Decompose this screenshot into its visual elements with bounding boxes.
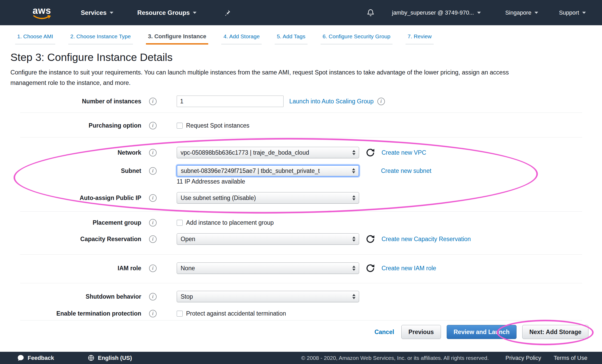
info-icon[interactable]: [149, 194, 157, 202]
subnet-select[interactable]: subnet-08396e7249f715ae7 | tbdc_subnet_p…: [177, 165, 359, 177]
network-select[interactable]: vpc-050898b5b636c1773 | traje_de_boda_cl…: [177, 147, 359, 158]
separator: [20, 283, 582, 283]
tab-choose-instance-type[interactable]: 2. Choose Instance Type: [68, 33, 133, 45]
tab-choose-ami[interactable]: 1. Choose AMI: [15, 33, 55, 45]
resource-groups-menu-label: Resource Groups: [137, 9, 190, 16]
select-stepper-icon: [352, 150, 355, 155]
request-spot-instances-checkbox-label: Request Spot instances: [186, 122, 249, 129]
aws-logo-text: aws: [33, 6, 51, 15]
create-new-vpc-link[interactable]: Create new VPC: [382, 149, 426, 156]
iam-role-select[interactable]: None: [177, 262, 359, 274]
select-stepper-icon: [352, 294, 355, 299]
tab-configure-security-group[interactable]: 6. Configure Security Group: [321, 33, 392, 45]
info-icon[interactable]: [149, 122, 157, 129]
support-menu[interactable]: Support: [559, 9, 586, 16]
placement-group-checkbox[interactable]: [177, 220, 183, 226]
info-icon[interactable]: [149, 149, 157, 156]
capacity-reservation-row: Capacity Reservation Open Create new Cap…: [0, 231, 602, 247]
auto-assign-public-ip-label: Auto-assign Public IP: [0, 194, 141, 202]
separator: [20, 320, 582, 321]
cancel-button[interactable]: Cancel: [374, 329, 394, 336]
tab-review[interactable]: 7. Review: [406, 33, 434, 45]
create-new-capacity-reservation-link[interactable]: Create new Capacity Reservation: [382, 236, 471, 243]
notifications-button[interactable]: [366, 9, 375, 17]
create-new-subnet-link[interactable]: Create new subnet: [381, 167, 431, 174]
region-menu-label: Singapore: [505, 9, 531, 16]
placement-group-label: Placement group: [0, 219, 141, 226]
refresh-icon[interactable]: [366, 148, 375, 157]
services-menu[interactable]: Services: [81, 9, 113, 16]
info-icon[interactable]: [149, 219, 157, 227]
resource-groups-menu[interactable]: Resource Groups: [137, 9, 196, 16]
placement-group-checkbox-label: Add instance to placement group: [186, 219, 274, 226]
subnet-label: Subnet: [0, 167, 141, 174]
auto-assign-public-ip-select-value: Use subnet setting (Disable): [181, 194, 256, 202]
previous-button[interactable]: Previous: [401, 325, 441, 339]
number-of-instances-input[interactable]: [177, 96, 284, 107]
iam-role-label: IAM role: [0, 265, 141, 272]
info-icon[interactable]: [149, 310, 157, 317]
auto-assign-public-ip-row: Auto-assign Public IP Use subnet setting…: [0, 190, 602, 206]
feedback-bubble-icon: [17, 354, 24, 361]
network-label: Network: [0, 149, 141, 156]
pin-icon: [224, 9, 231, 16]
globe-icon: [88, 354, 95, 361]
placement-group-row: Placement group Add instance to placemen…: [0, 215, 602, 230]
footer-bar: Feedback English (US) © 2008 - 2020, Ama…: [0, 352, 602, 364]
capacity-reservation-label: Capacity Reservation: [0, 236, 141, 243]
privacy-policy-link[interactable]: Privacy Policy: [505, 355, 541, 361]
info-icon[interactable]: [149, 98, 157, 105]
separator: [20, 137, 582, 137]
select-stepper-icon: [352, 266, 355, 271]
info-icon[interactable]: [149, 235, 157, 243]
info-icon[interactable]: [149, 265, 157, 272]
subnet-select-value: subnet-08396e7249f715ae7 | tbdc_subnet_p…: [181, 167, 320, 174]
subnet-ip-availability-note: 11 IP Addresses available: [177, 178, 245, 185]
shutdown-behavior-label: Shutdown behavior: [0, 293, 141, 300]
info-icon[interactable]: [149, 167, 157, 175]
bell-icon: [366, 9, 375, 17]
next-add-storage-button[interactable]: Next: Add Storage: [522, 325, 588, 339]
refresh-icon[interactable]: [366, 264, 375, 273]
aws-logo[interactable]: aws: [33, 6, 51, 19]
account-menu[interactable]: jamby_superuser @ 3749-970...: [392, 9, 481, 16]
separator: [20, 211, 582, 212]
create-new-iam-role-link[interactable]: Create new IAM role: [382, 265, 436, 272]
separator: [20, 254, 582, 255]
terms-of-use-link[interactable]: Terms of Use: [554, 355, 587, 361]
region-menu[interactable]: Singapore: [505, 9, 538, 16]
feedback-label: Feedback: [28, 355, 54, 361]
account-menu-label: jamby_superuser @ 3749-970...: [392, 9, 474, 16]
pin-shortcut-button[interactable]: [224, 9, 231, 16]
info-icon[interactable]: [149, 293, 157, 300]
launch-into-auto-scaling-group-link[interactable]: Launch into Auto Scaling Group: [289, 98, 374, 105]
tab-add-storage[interactable]: 4. Add Storage: [221, 33, 262, 45]
network-select-value: vpc-050898b5b636c1773 | traje_de_boda_cl…: [181, 149, 309, 156]
page-description: Configure the instance to suit your requ…: [10, 67, 539, 88]
wizard-action-bar: Cancel Previous Review and Launch Next: …: [374, 325, 588, 339]
info-icon[interactable]: [377, 98, 385, 105]
language-selector[interactable]: English (US): [88, 354, 132, 361]
chevron-down-icon: [110, 12, 113, 14]
request-spot-instances-checkbox[interactable]: [177, 123, 183, 129]
feedback-button[interactable]: Feedback: [17, 354, 54, 361]
tab-configure-instance[interactable]: 3. Configure Instance: [146, 33, 208, 45]
services-menu-label: Services: [81, 9, 107, 16]
capacity-reservation-select[interactable]: Open: [177, 233, 359, 245]
termination-protection-row: Enable termination protection Protect ag…: [0, 306, 602, 321]
page-title: Step 3: Configure Instance Details: [10, 51, 602, 64]
number-of-instances-label: Number of instances: [0, 98, 141, 105]
subnet-row: Subnet subnet-08396e7249f715ae7 | tbdc_s…: [0, 163, 602, 179]
auto-assign-public-ip-select[interactable]: Use subnet setting (Disable): [177, 192, 359, 204]
tab-add-tags[interactable]: 5. Add Tags: [275, 33, 307, 45]
review-and-launch-button[interactable]: Review and Launch: [447, 325, 517, 339]
refresh-icon[interactable]: [366, 235, 375, 243]
chevron-down-icon: [477, 12, 481, 14]
termination-protection-checkbox[interactable]: [177, 311, 183, 317]
shutdown-behavior-row: Shutdown behavior Stop: [0, 289, 602, 304]
select-stepper-icon: [352, 236, 355, 242]
aws-smile-icon: [33, 15, 51, 19]
separator: [20, 112, 582, 113]
shutdown-behavior-select[interactable]: Stop: [177, 291, 359, 302]
capacity-reservation-select-value: Open: [181, 236, 195, 243]
